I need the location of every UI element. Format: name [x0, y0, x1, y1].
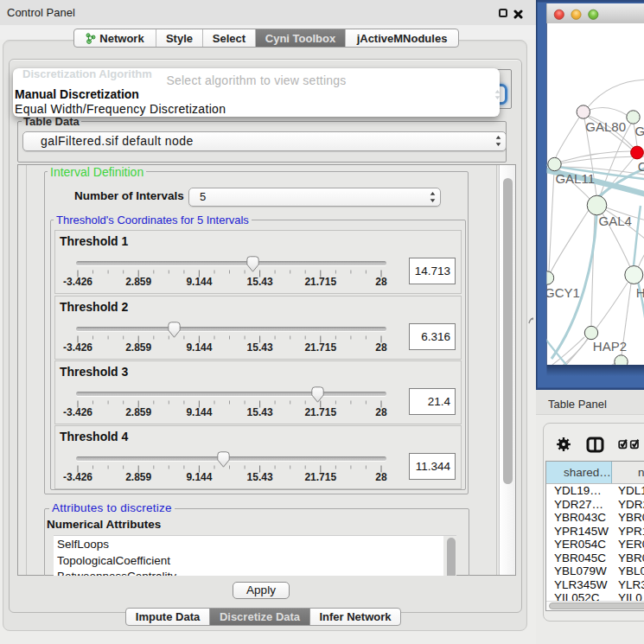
svg-text:C: C	[638, 159, 644, 174]
svg-text:GCY1: GCY1	[545, 285, 580, 300]
svg-text:HAP2: HAP2	[593, 339, 627, 354]
svg-text:GAL80: GAL80	[585, 119, 626, 134]
svg-text:H: H	[636, 285, 644, 300]
svg-text:GAL4: GAL4	[599, 214, 632, 228]
svg-text:GAL11: GAL11	[555, 171, 595, 186]
svg-text:G.: G.	[635, 124, 644, 138]
